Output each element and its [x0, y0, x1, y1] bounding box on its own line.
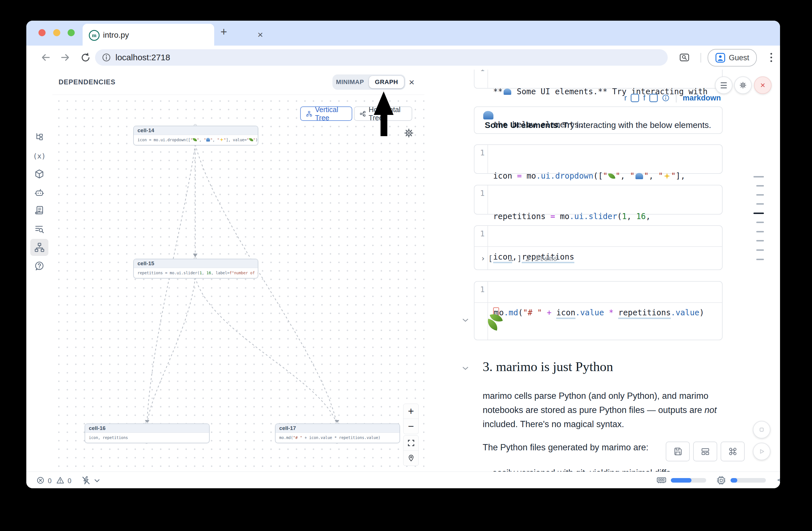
delete-cell-button[interactable]: × — [754, 76, 771, 94]
fit-view-button[interactable] — [404, 435, 418, 450]
node-code: repetitions = mo.ui.slider(1, 16, label=… — [134, 268, 258, 277]
sidebar-item-dependency-graph[interactable] — [30, 239, 48, 256]
locate-button[interactable] — [404, 450, 418, 465]
panel-close-icon[interactable]: × — [405, 76, 418, 88]
play-icon — [757, 447, 766, 456]
profile-label: Guest — [729, 54, 749, 62]
f-checkbox[interactable] — [649, 94, 658, 102]
code-cell-dropdown[interactable]: 1 icon = mo.ui.dropdown(["", "", ""], va… — [474, 144, 723, 174]
minimap-cell-marker[interactable] — [756, 221, 764, 223]
ai-sparkle-icon[interactable] — [777, 475, 780, 485]
expand-chevron[interactable]: › — [481, 254, 485, 263]
sidebar-item-variables[interactable]: (x) — [30, 147, 48, 164]
code-line: icon = mo.ui.dropdown(["", "", ""], — [493, 170, 685, 182]
profile-button[interactable]: Guest — [708, 49, 757, 67]
graph-canvas[interactable] — [52, 95, 424, 472]
minimap-cell-marker[interactable] — [756, 203, 764, 205]
graph-node-cell-15[interactable]: cell-15 repetitions = mo.ui.slider(1, 16… — [133, 259, 258, 278]
zoom-in-button[interactable]: + — [404, 404, 418, 419]
url-text: localhost:2718 — [115, 53, 170, 62]
autorun-disabled-icon[interactable] — [81, 475, 91, 485]
warning-count: 0 — [68, 477, 71, 485]
cell-console-output[interactable]: › [ … ] 2 Items — [475, 246, 722, 270]
code-cell-md[interactable]: 1 mo.md("# " + icon.value * repetitions.… — [474, 281, 723, 340]
graph-node-cell-17[interactable]: cell-17 mo.md("# " + icon.value * repeti… — [275, 424, 400, 443]
minimap-cell-marker[interactable] — [756, 231, 764, 232]
node-code: icon, repetitions — [85, 433, 209, 442]
markdown-source-cell[interactable]: 1 ** Some UI elements.** Try interacting… — [474, 70, 723, 89]
sidebar-item-file-tree[interactable] — [30, 129, 48, 146]
collapse-section-icon[interactable] — [462, 366, 469, 371]
cell-menu-button[interactable] — [715, 76, 733, 94]
memory-icon[interactable] — [656, 475, 667, 485]
tab-minimap[interactable]: MINIMAP — [332, 78, 367, 86]
code-cell-slider[interactable]: 1 repetitions = mo.ui.slider(1, 16, labe… — [474, 185, 723, 215]
code-cell-refs[interactable]: 1 icon, repetitions › [ … ] 2 Items — [474, 225, 723, 270]
browser-tab[interactable]: m intro.py × — [83, 24, 214, 46]
stop-button[interactable] — [753, 421, 770, 439]
cell-output — [475, 302, 722, 340]
window-close-button[interactable] — [39, 29, 46, 36]
browser-menu-icon[interactable] — [767, 51, 775, 64]
language-badge[interactable]: markdown — [683, 94, 721, 102]
tab-search-icon[interactable] — [679, 52, 691, 63]
back-icon[interactable] — [40, 52, 52, 63]
cpu-icon[interactable] — [716, 475, 726, 485]
errors-icon[interactable] — [36, 476, 45, 485]
package-cube-icon — [34, 169, 45, 180]
minimap-cell-marker[interactable] — [756, 240, 764, 241]
minimap-cell-marker[interactable] — [756, 259, 764, 260]
tab-close-icon[interactable]: × — [255, 29, 266, 40]
collapse-output-icon[interactable] — [462, 318, 469, 323]
sidebar-item-scratchpad[interactable] — [30, 202, 48, 219]
graph-node-cell-14[interactable]: cell-14 icon = mo.ui.dropdown(["", "", "… — [133, 126, 258, 145]
dependency-graph-icon — [34, 242, 45, 253]
panel-title: DEPENDENCIES — [59, 78, 115, 86]
graph-settings-icon[interactable] — [403, 127, 415, 139]
dependencies-panel: DEPENDENCIES MINIMAP GRAPH × — [52, 70, 425, 472]
warnings-icon[interactable] — [56, 476, 65, 485]
node-code: icon = mo.ui.dropdown(["", "", ""], valu… — [134, 135, 258, 144]
graph-node-cell-16[interactable]: cell-16 icon, repetitions — [85, 424, 209, 443]
vertical-tree-label: Vertical Tree — [315, 105, 347, 122]
gear-icon — [739, 81, 747, 89]
zoom-out-button[interactable]: − — [404, 419, 418, 434]
sidebar-item-help[interactable] — [30, 258, 48, 275]
cpu-usage-bar — [730, 478, 766, 483]
vertical-tree-button[interactable]: Vertical Tree — [300, 106, 352, 121]
url-bar[interactable]: localhost:2718 — [95, 49, 668, 66]
reload-icon[interactable] — [79, 52, 91, 63]
run-button[interactable] — [753, 443, 770, 460]
minimap-cell-marker-active[interactable] — [753, 213, 764, 214]
minimap-cell-marker[interactable] — [756, 185, 764, 187]
sidebar-item-packages[interactable] — [30, 166, 48, 183]
r-checkbox[interactable] — [630, 94, 639, 102]
scroll-icon — [34, 205, 45, 216]
node-title: cell-17 — [279, 425, 296, 431]
forward-icon[interactable] — [59, 52, 71, 63]
chevron-down-icon[interactable] — [93, 478, 100, 483]
site-info-icon[interactable] — [101, 52, 112, 62]
window-zoom-button[interactable] — [68, 29, 75, 36]
node-title: cell-16 — [89, 425, 105, 431]
minimap-cell-marker[interactable] — [756, 194, 764, 196]
minimap-cell-marker[interactable] — [756, 249, 764, 251]
desktop-background: m intro.py × + localhost:2718 — [0, 0, 812, 531]
new-tab-button[interactable]: + — [218, 26, 230, 38]
command-button[interactable] — [721, 442, 745, 461]
location-pin-icon — [407, 454, 415, 462]
paragraph-line: notebooks are stored as pure Python file… — [483, 403, 715, 417]
save-button[interactable] — [666, 442, 690, 461]
layout-button[interactable] — [693, 442, 717, 461]
sidebar-item-ai-chat[interactable] — [30, 184, 48, 201]
window-minimize-button[interactable] — [53, 29, 60, 36]
horizontal-tree-button[interactable]: Horizontal Tree — [354, 106, 412, 121]
sidebar-item-search-logs[interactable] — [30, 220, 48, 238]
info-icon[interactable] — [662, 94, 670, 102]
sidebar-rail: (x) — [26, 70, 53, 472]
cell-settings-button[interactable] — [734, 76, 752, 94]
tab-graph[interactable]: GRAPH — [369, 76, 404, 88]
layout-icon — [700, 446, 710, 457]
browser-toolbar: localhost:2718 Guest — [26, 46, 780, 70]
minimap-cell-marker[interactable] — [753, 176, 764, 177]
